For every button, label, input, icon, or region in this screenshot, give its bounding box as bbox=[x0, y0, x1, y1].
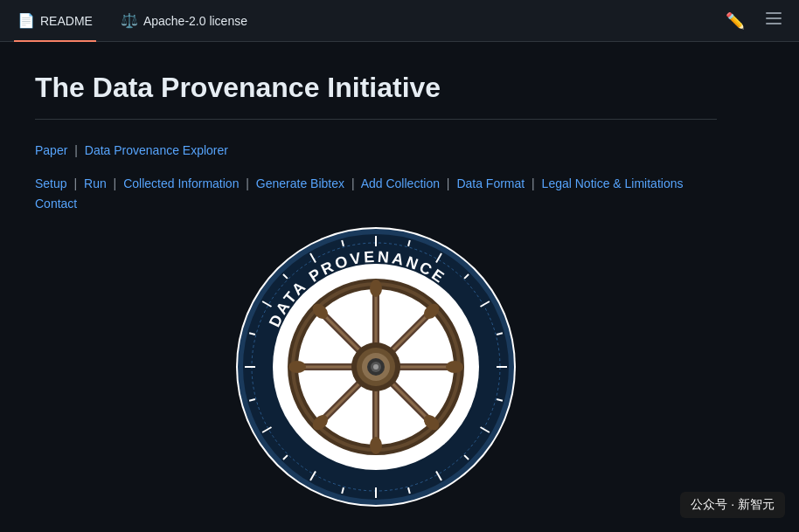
sep-3: | bbox=[114, 176, 117, 190]
svg-rect-0 bbox=[766, 12, 782, 14]
svg-point-50 bbox=[288, 361, 306, 373]
tab-license[interactable]: ⚖️ Apache-2.0 license bbox=[117, 1, 251, 42]
link-contact[interactable]: Contact bbox=[35, 197, 77, 211]
svg-point-46 bbox=[446, 361, 463, 373]
tab-bar-right: ✏️ bbox=[722, 7, 785, 34]
link-add-collection[interactable]: Add Collection bbox=[361, 176, 440, 190]
link-explorer[interactable]: Data Provenance Explorer bbox=[85, 143, 228, 157]
edit-button[interactable]: ✏️ bbox=[722, 8, 748, 34]
sep-4: | bbox=[246, 176, 249, 190]
tab-readme[interactable]: 📄 README bbox=[14, 1, 96, 42]
sep-2: | bbox=[73, 176, 77, 190]
link-generate-bibtex[interactable]: Generate Bibtex bbox=[256, 176, 344, 190]
menu-button[interactable] bbox=[762, 7, 785, 34]
link-run[interactable]: Run bbox=[84, 176, 107, 190]
svg-point-57 bbox=[373, 364, 379, 370]
logo-container: DATA PROVENANCE INITIATIVE bbox=[35, 227, 717, 507]
link-legal-notice[interactable]: Legal Notice & Limitations bbox=[542, 176, 684, 190]
svg-rect-2 bbox=[766, 23, 782, 24]
svg-point-48 bbox=[370, 437, 382, 454]
tab-bar: 📄 README ⚖️ Apache-2.0 license ✏️ bbox=[0, 0, 799, 42]
sep-7: | bbox=[532, 176, 535, 190]
link-collected-information[interactable]: Collected Information bbox=[123, 176, 239, 190]
svg-rect-1 bbox=[766, 17, 782, 19]
links-row-1: Paper | Data Provenance Explorer bbox=[35, 141, 717, 160]
logo-image: DATA PROVENANCE INITIATIVE bbox=[236, 227, 516, 507]
readme-icon: 📄 bbox=[17, 12, 35, 29]
page-title: The Data Provenance Initiative bbox=[35, 70, 717, 120]
link-data-format[interactable]: Data Format bbox=[456, 176, 525, 190]
link-setup[interactable]: Setup bbox=[35, 176, 67, 190]
links-row-2: Setup | Run | Collected Information | Ge… bbox=[35, 174, 717, 213]
sep-1: | bbox=[74, 143, 78, 157]
svg-point-44 bbox=[370, 280, 382, 297]
watermark: 公众号 · 新智元 bbox=[680, 492, 785, 518]
sep-6: | bbox=[447, 176, 450, 190]
license-icon: ⚖️ bbox=[121, 12, 138, 29]
link-paper[interactable]: Paper bbox=[35, 143, 67, 157]
sep-5: | bbox=[351, 176, 355, 190]
main-content: The Data Provenance Initiative Paper | D… bbox=[0, 42, 752, 532]
menu-icon bbox=[766, 10, 782, 31]
edit-icon: ✏️ bbox=[726, 11, 745, 31]
tab-readme-label: README bbox=[40, 14, 93, 28]
tab-bar-left: 📄 README ⚖️ Apache-2.0 license bbox=[14, 0, 251, 41]
tab-license-label: Apache-2.0 license bbox=[143, 14, 247, 28]
watermark-text: 公众号 · 新智元 bbox=[691, 497, 775, 511]
